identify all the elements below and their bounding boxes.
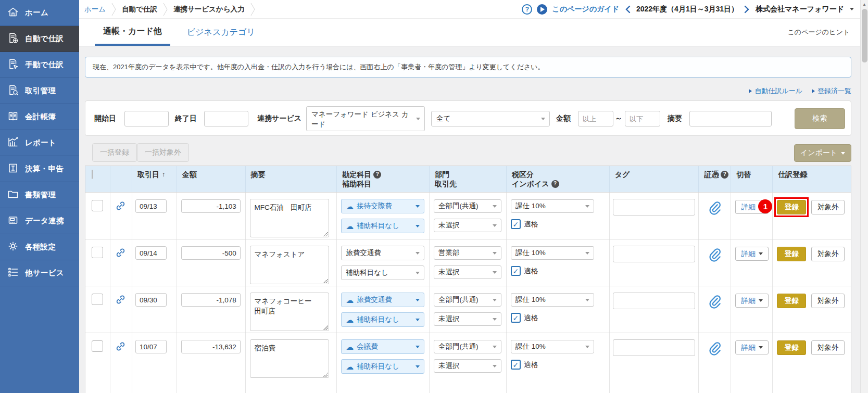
summary-textarea[interactable] bbox=[250, 246, 329, 284]
page-hint-link[interactable]: このページのヒント bbox=[788, 28, 850, 37]
amount-input[interactable] bbox=[181, 293, 241, 307]
tax-select[interactable]: 課仕 10% bbox=[511, 246, 594, 260]
account-select[interactable]: ☁旅費交通費 bbox=[341, 293, 424, 307]
tax-select[interactable]: 課仕 10% bbox=[511, 199, 594, 213]
bulk-exclude-button[interactable]: 一括対象外 bbox=[137, 143, 189, 162]
tax-select[interactable]: 課仕 10% bbox=[511, 340, 594, 353]
detail-button[interactable]: 詳細 bbox=[735, 340, 769, 354]
play-icon[interactable] bbox=[537, 4, 547, 15]
help-icon[interactable]: ? bbox=[522, 4, 532, 15]
tag-input[interactable] bbox=[613, 293, 695, 309]
row-checkbox[interactable] bbox=[92, 340, 103, 352]
exclude-button[interactable]: 対象外 bbox=[811, 200, 845, 214]
resize-grip-icon[interactable] bbox=[323, 278, 328, 283]
help-icon[interactable]: ? bbox=[373, 171, 381, 179]
help-icon[interactable]: ? bbox=[721, 171, 728, 179]
register-button[interactable]: 登録 bbox=[777, 340, 806, 355]
row-checkbox[interactable] bbox=[92, 294, 103, 305]
amount-input[interactable] bbox=[181, 199, 241, 213]
exclude-button[interactable]: 対象外 bbox=[811, 247, 845, 261]
date-input[interactable] bbox=[135, 293, 167, 307]
qualified-checkbox[interactable]: ✓適格 bbox=[511, 219, 538, 229]
sidebar-item-home[interactable]: ホーム bbox=[0, 0, 79, 26]
sidebar-item-auto-journal[interactable]: 自動で仕訳 bbox=[0, 26, 79, 52]
partner-select[interactable]: 未選択 bbox=[434, 265, 501, 279]
tab-passbook-card[interactable]: 通帳・カード他 bbox=[95, 19, 170, 46]
sidebar-item-settings[interactable]: 各種設定 bbox=[0, 234, 79, 260]
sidebar-item-transactions[interactable]: 取引管理 bbox=[0, 78, 79, 104]
auto-rule-link[interactable]: 自動仕訳ルール bbox=[749, 86, 802, 96]
tab-business-category[interactable]: ビジネスカテゴリ bbox=[183, 19, 259, 46]
header-date[interactable]: 取引日↑ bbox=[132, 166, 177, 192]
detail-button[interactable]: 詳細 bbox=[735, 294, 769, 308]
register-button[interactable]: 登録 bbox=[777, 247, 806, 261]
account-filter-select[interactable]: 全て bbox=[431, 111, 550, 126]
link-icon[interactable] bbox=[115, 294, 126, 307]
sidebar-item-closing[interactable]: 決算・申告 bbox=[0, 156, 79, 182]
breadcrumb-auto-journal[interactable]: 自動で仕訳 bbox=[122, 5, 157, 14]
select-all-checkbox[interactable] bbox=[92, 170, 93, 179]
sub-account-select[interactable]: ☁補助科目なし bbox=[341, 219, 424, 233]
help-icon[interactable]: ? bbox=[551, 180, 559, 188]
summary-textarea[interactable] bbox=[250, 199, 329, 237]
page-guide-link[interactable]: このページのガイド bbox=[552, 5, 619, 14]
resize-grip-icon[interactable] bbox=[323, 231, 328, 236]
date-input[interactable] bbox=[135, 199, 167, 213]
tag-input[interactable] bbox=[613, 339, 695, 356]
date-input[interactable] bbox=[135, 340, 167, 353]
company-selector[interactable]: 株式会社マネーフォワード bbox=[756, 5, 844, 14]
partner-select[interactable]: 未選択 bbox=[434, 312, 501, 326]
partner-select[interactable]: 未選択 bbox=[434, 219, 501, 232]
sub-account-select[interactable]: ☁補助科目なし bbox=[341, 265, 424, 280]
qualified-checkbox[interactable]: ✓適格 bbox=[511, 313, 538, 323]
department-select[interactable]: 全部門(共通) bbox=[434, 199, 501, 213]
sub-account-select[interactable]: ☁補助科目なし bbox=[341, 359, 424, 374]
sidebar-item-reports[interactable]: レポート bbox=[0, 130, 79, 156]
sidebar-item-other-services[interactable]: 他サービス bbox=[0, 260, 79, 286]
paperclip-icon[interactable] bbox=[707, 247, 721, 264]
amount-max-input[interactable] bbox=[625, 111, 660, 126]
register-button[interactable]: 登録 bbox=[777, 294, 806, 308]
link-icon[interactable] bbox=[115, 341, 126, 354]
account-select[interactable]: ☁接待交際費 bbox=[341, 199, 424, 213]
paperclip-icon[interactable] bbox=[707, 294, 721, 311]
department-select[interactable]: 営業部 bbox=[434, 246, 501, 260]
sub-account-select[interactable]: ☁補助科目なし bbox=[341, 312, 424, 327]
search-button[interactable]: 検索 bbox=[795, 108, 845, 129]
registered-list-link[interactable]: 登録済一覧 bbox=[812, 86, 851, 96]
qualified-checkbox[interactable]: ✓適格 bbox=[511, 360, 538, 370]
vertical-scrollbar[interactable]: ▲ bbox=[860, 0, 868, 393]
sidebar-item-ledgers[interactable]: 会計帳簿 bbox=[0, 104, 79, 130]
partner-select[interactable]: 未選択 bbox=[434, 359, 501, 373]
detail-button[interactable]: 詳細 bbox=[735, 247, 769, 261]
breadcrumb-home[interactable]: ホーム bbox=[84, 5, 106, 14]
scroll-up-icon[interactable]: ▲ bbox=[861, 0, 868, 8]
next-year-chevron-icon[interactable] bbox=[744, 5, 750, 14]
summary-textarea[interactable] bbox=[250, 293, 329, 331]
amount-min-input[interactable] bbox=[578, 111, 613, 126]
sidebar-item-data-link[interactable]: データ連携 bbox=[0, 208, 79, 234]
paperclip-icon[interactable] bbox=[707, 200, 721, 218]
exclude-button[interactable]: 対象外 bbox=[811, 294, 845, 308]
paperclip-icon[interactable] bbox=[707, 340, 721, 358]
sidebar-item-documents[interactable]: 書類管理 bbox=[0, 182, 79, 208]
row-checkbox[interactable] bbox=[92, 247, 103, 258]
bulk-register-button[interactable]: 一括登録 bbox=[92, 143, 137, 162]
summary-textarea[interactable] bbox=[250, 339, 329, 378]
tag-input[interactable] bbox=[613, 246, 695, 262]
prev-year-chevron-icon[interactable] bbox=[625, 5, 631, 14]
import-button[interactable]: インポート bbox=[794, 144, 851, 162]
row-checkbox[interactable] bbox=[92, 200, 103, 211]
link-icon[interactable] bbox=[115, 200, 126, 213]
service-select[interactable]: マネーフォワード ビジネス カード bbox=[306, 106, 425, 131]
link-icon[interactable] bbox=[115, 247, 126, 260]
amount-input[interactable] bbox=[181, 340, 241, 353]
tag-input[interactable] bbox=[613, 199, 695, 215]
department-select[interactable]: 全部門(共通) bbox=[434, 293, 501, 307]
qualified-checkbox[interactable]: ✓適格 bbox=[511, 266, 538, 276]
start-date-input[interactable] bbox=[124, 111, 169, 126]
end-date-input[interactable] bbox=[204, 111, 248, 126]
scrollbar-thumb[interactable] bbox=[862, 9, 867, 62]
account-select[interactable]: ☁旅費交通費 bbox=[341, 246, 424, 260]
resize-grip-icon[interactable] bbox=[323, 325, 328, 330]
